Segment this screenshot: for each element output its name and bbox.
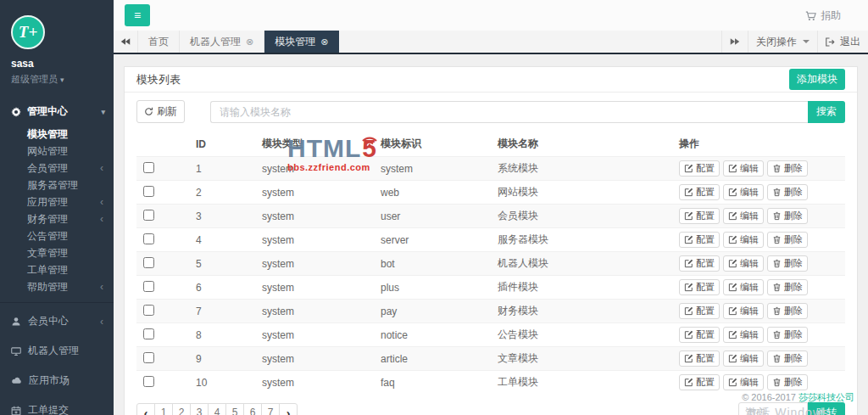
edit-button[interactable]: 编辑 bbox=[723, 279, 764, 295]
sidebar-link-label: 会员中心 bbox=[28, 314, 93, 328]
config-button-label: 配置 bbox=[696, 328, 715, 341]
trash-icon bbox=[772, 235, 782, 244]
cell-code: article bbox=[374, 347, 491, 371]
cell-type: system bbox=[255, 157, 374, 181]
sidebar-link-应用市场[interactable]: 应用市场 bbox=[0, 366, 114, 395]
user-role[interactable]: 超级管理员 ▾ bbox=[11, 73, 114, 86]
delete-button[interactable]: 删除 bbox=[767, 232, 808, 248]
config-button[interactable]: 配置 bbox=[679, 255, 720, 272]
cell-actions: 配置编辑删除 bbox=[672, 276, 845, 300]
sidebar: T+ sasa 超级管理员 ▾ 管理中心 ▾ 模块管理网站管理会员管理‹服务器管… bbox=[0, 0, 114, 415]
tab-模块管理[interactable]: 模块管理⊗ bbox=[264, 31, 339, 53]
tab-机器人管理[interactable]: 机器人管理⊗ bbox=[180, 31, 264, 53]
edit-button[interactable]: 编辑 bbox=[723, 232, 764, 248]
config-button[interactable]: 配置 bbox=[679, 208, 720, 224]
delete-button[interactable]: 删除 bbox=[767, 303, 808, 319]
prev-page-button[interactable]: ‹ bbox=[136, 403, 155, 415]
close-tab-icon[interactable]: ⊗ bbox=[246, 36, 253, 48]
delete-button[interactable]: 删除 bbox=[767, 208, 808, 224]
config-button[interactable]: 配置 bbox=[679, 303, 720, 319]
sidebar-item-label: 帮助管理 bbox=[27, 282, 100, 292]
page-button-5[interactable]: 5 bbox=[225, 403, 244, 415]
search-button[interactable]: 搜索 bbox=[808, 101, 845, 123]
next-page-button[interactable]: › bbox=[279, 403, 298, 415]
delete-button[interactable]: 删除 bbox=[767, 279, 808, 295]
config-button[interactable]: 配置 bbox=[679, 160, 720, 177]
close-tab-icon[interactable]: ⊗ bbox=[320, 36, 328, 48]
close-operations-label: 关闭操作 bbox=[756, 35, 797, 49]
table-toolbar: 刷新 搜索 bbox=[125, 93, 857, 131]
sidebar-link-会员中心[interactable]: 会员中心‹ bbox=[0, 306, 114, 336]
row-checkbox[interactable] bbox=[143, 210, 154, 221]
page-button-7[interactable]: 7 bbox=[261, 403, 280, 415]
config-button[interactable]: 配置 bbox=[679, 374, 720, 390]
config-button[interactable]: 配置 bbox=[679, 351, 720, 367]
sidebar-item-公告管理[interactable]: 公告管理 bbox=[0, 227, 114, 244]
sidebar-item-财务管理[interactable]: 财务管理‹ bbox=[0, 210, 114, 227]
sidebar-item-服务器管理[interactable]: 服务器管理 bbox=[0, 177, 114, 193]
tab-label: 机器人管理 bbox=[190, 35, 241, 49]
row-checkbox[interactable] bbox=[143, 352, 154, 363]
edit-button[interactable]: 编辑 bbox=[723, 351, 764, 367]
add-module-button[interactable]: 添加模块 bbox=[789, 69, 845, 90]
edit-button[interactable]: 编辑 bbox=[723, 184, 764, 200]
table-row: 9systemarticle文章模块配置编辑删除 bbox=[136, 347, 845, 371]
config-button[interactable]: 配置 bbox=[679, 279, 720, 295]
page-button-2[interactable]: 2 bbox=[172, 403, 191, 415]
config-button[interactable]: 配置 bbox=[679, 327, 720, 343]
sidebar-item-文章管理[interactable]: 文章管理 bbox=[0, 244, 114, 261]
row-checkbox[interactable] bbox=[143, 233, 154, 244]
page-button-4[interactable]: 4 bbox=[208, 403, 226, 415]
logout-button[interactable]: 退出 bbox=[817, 31, 868, 53]
row-checkbox[interactable] bbox=[143, 186, 154, 197]
sidebar-toggle-button[interactable]: ≡ bbox=[125, 4, 150, 26]
search-input[interactable] bbox=[210, 101, 808, 123]
refresh-button[interactable]: 刷新 bbox=[136, 100, 185, 123]
edit-button[interactable]: 编辑 bbox=[723, 255, 764, 272]
sidebar-link-工单提交[interactable]: 工单提交 bbox=[0, 395, 114, 415]
row-checkbox[interactable] bbox=[143, 162, 154, 173]
donate-button[interactable]: 捐助 bbox=[805, 8, 841, 23]
close-operations-dropdown[interactable]: 关闭操作 bbox=[748, 31, 817, 53]
delete-button[interactable]: 删除 bbox=[767, 160, 808, 177]
sidebar-item-网站管理[interactable]: 网站管理 bbox=[0, 143, 114, 160]
row-checkbox[interactable] bbox=[143, 376, 154, 387]
sidebar-item-模块管理[interactable]: 模块管理 bbox=[0, 126, 114, 143]
sidebar-link-机器人管理[interactable]: 机器人管理 bbox=[0, 336, 114, 366]
desktop-icon bbox=[11, 346, 21, 356]
edit-button[interactable]: 编辑 bbox=[723, 374, 764, 390]
row-checkbox[interactable] bbox=[143, 328, 154, 339]
tabs-scroll-right-button[interactable] bbox=[721, 31, 748, 53]
row-checkbox[interactable] bbox=[143, 281, 154, 292]
sidebar-item-会员管理[interactable]: 会员管理‹ bbox=[0, 160, 114, 177]
cell-type: system bbox=[255, 323, 374, 347]
edit-button[interactable]: 编辑 bbox=[723, 208, 764, 224]
tabs-scroll-left-button[interactable] bbox=[114, 31, 138, 53]
edit-button[interactable]: 编辑 bbox=[723, 160, 764, 177]
cell-type: system bbox=[255, 347, 374, 371]
row-checkbox[interactable] bbox=[143, 305, 154, 316]
company-link[interactable]: 莎莎科技公司 bbox=[798, 392, 854, 402]
sidebar-item-帮助管理[interactable]: 帮助管理‹ bbox=[0, 278, 114, 295]
row-checkbox[interactable] bbox=[143, 257, 154, 268]
config-button[interactable]: 配置 bbox=[679, 232, 720, 248]
page-button-3[interactable]: 3 bbox=[190, 403, 209, 415]
edit-button-label: 编辑 bbox=[740, 233, 759, 246]
delete-button[interactable]: 删除 bbox=[767, 327, 808, 343]
page-button-6[interactable]: 6 bbox=[243, 403, 262, 415]
delete-button[interactable]: 删除 bbox=[767, 255, 808, 272]
config-button[interactable]: 配置 bbox=[679, 184, 720, 200]
sidebar-item-应用管理[interactable]: 应用管理‹ bbox=[0, 193, 114, 210]
edit-button[interactable]: 编辑 bbox=[723, 327, 764, 343]
sidebar-group-admin-center[interactable]: 管理中心 ▾ bbox=[0, 96, 114, 126]
page-button-1[interactable]: 1 bbox=[154, 403, 173, 415]
delete-button[interactable]: 删除 bbox=[767, 351, 808, 367]
tab-首页[interactable]: 首页 bbox=[138, 31, 180, 53]
delete-button[interactable]: 删除 bbox=[767, 374, 808, 390]
delete-button[interactable]: 删除 bbox=[767, 184, 808, 200]
config-icon bbox=[684, 378, 693, 387]
edit-button-label: 编辑 bbox=[740, 328, 759, 341]
sidebar-item-label: 模块管理 bbox=[27, 129, 103, 139]
edit-button[interactable]: 编辑 bbox=[723, 303, 764, 319]
sidebar-item-工单管理[interactable]: 工单管理 bbox=[0, 261, 114, 278]
